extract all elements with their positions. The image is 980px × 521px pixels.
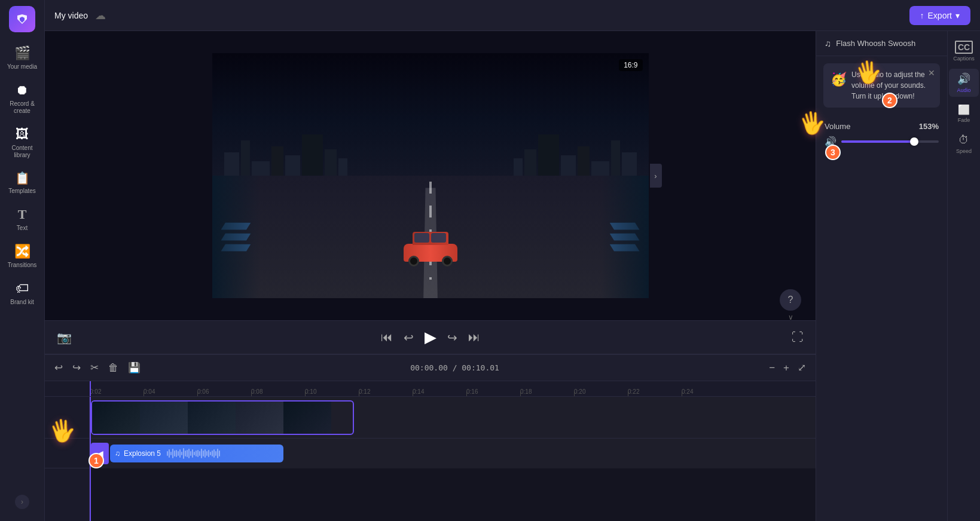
sidebar-item-record-create[interactable]: ⏺ Record &create [2,78,42,119]
speed-label: Speed [956,148,972,154]
fast-forward-button[interactable]: ↪ [447,330,457,345]
sidebar-item-brand-kit[interactable]: 🏷 Brand kit [2,276,42,311]
zoom-controls: − + ⤢ [767,359,808,376]
panel-header: ♫ Flash Whoosh Swoosh [816,31,947,56]
sidebar-item-label-brand: Brand kit [10,299,33,306]
redo-button[interactable]: ↪ [70,359,83,376]
sidebar-item-text[interactable]: T Text [2,202,42,237]
video-preview-container: 16:9 › [45,31,816,320]
export-icon: ↑ [920,11,924,20]
waveform [164,448,279,459]
music-note-icon: ♫ [115,449,120,458]
playback-controls: 📷 ⏮ ↩ ▶ ↪ ⏭ [45,320,816,354]
playhead[interactable] [90,381,91,396]
skip-end-icon: ⏭ [468,330,480,344]
audio-panel-label: Audio [957,87,970,93]
undo-button[interactable]: ↩ [52,359,65,376]
rewind-icon: ↩ [404,331,414,344]
delete-button[interactable]: 🗑 [106,360,121,376]
video-frame [212,53,649,298]
export-button[interactable]: ↑ Export ▾ [909,6,970,25]
sidebar-collapse-btn[interactable]: › [15,495,29,509]
captions-panel-tab[interactable]: CC Captions [949,37,979,65]
preview-expand-arrow[interactable]: › [650,164,662,188]
screenshot-button[interactable]: 📷 [57,330,72,345]
speed-panel-tab[interactable]: ⏱ Speed [949,130,979,158]
sidebar-item-label-your-media: Your media [7,63,37,71]
right-panel: ♫ Flash Whoosh Swoosh 🥳 Use audio to adj… [816,31,947,521]
main-content: My video ☁ ↑ Export ▾ [45,0,980,521]
audio-track: ◀ ♫ Explosion 5 [90,439,816,468]
tooltip-close-button[interactable]: ✕ [928,67,935,79]
sidebar-item-content-library[interactable]: 🖼 Contentlibrary [2,122,42,164]
timeline-ruler: 0:02 0:04 0:06 0:08 0:10 0:12 0:14 0:16 … [45,381,816,397]
volume-slider[interactable] [841,140,939,143]
sidebar-item-your-media[interactable]: 🎬 Your media [2,41,42,75]
ruler-mark: 0:24 [682,388,735,396]
volume-value: 153% [919,122,939,131]
ruler-mark: 0:18 [520,388,574,396]
ruler-mark: 0:20 [574,388,628,396]
save-to-media-button[interactable]: 💾 [126,359,143,376]
tracks-content: ◀ ♫ Explosion 5 [90,397,816,521]
video-track [90,397,816,439]
expand-timeline-button[interactable]: ⤢ [795,359,808,376]
transitions-icon: 🔀 [14,244,30,259]
ruler-mark: 0:14 [413,388,466,396]
sidebar-item-templates[interactable]: 📋 Templates [2,166,42,200]
fade-icon: ⬜ [958,104,970,115]
audio-clip-name: Explosion 5 [124,449,161,458]
library-icon: 🖼 [16,127,29,142]
help-button[interactable]: ? [780,289,801,311]
audio-icon: 🔊 [957,72,970,85]
rewind-button[interactable]: ↩ [404,330,414,345]
fullscreen-icon: ⛶ [792,330,804,344]
sidebar-item-label-templates: Templates [8,188,36,195]
aspect-ratio-badge: 16:9 [619,59,642,71]
ruler-marks-container: 0:02 0:04 0:06 0:08 0:10 0:12 0:14 0:16 … [45,381,816,396]
audio-panel-tab[interactable]: 🔊 Audio [949,69,979,97]
ruler-mark: 0:04 [144,388,197,396]
sidebar-item-label-record: Record &create [10,100,35,115]
volume-header: Volume 153% [825,122,939,131]
volume-control-row: 🔊 [825,136,939,147]
captions-label: Captions [953,56,975,62]
media-icon: 🎬 [14,45,30,61]
zoom-out-button[interactable]: − [767,360,777,376]
video-track-label [45,397,89,439]
cut-button[interactable]: ✂ [88,359,101,376]
fade-label: Fade [958,117,970,123]
clip-thumbnail [92,402,140,434]
sidebar-item-transitions[interactable]: 🔀 Transitions [2,239,42,274]
forward-icon: ↪ [447,331,457,344]
party-emoji-icon: 🥳 [831,69,847,89]
chevron-right-icon: › [654,171,657,180]
audio-selector-button[interactable]: ◀ [91,443,109,464]
skip-to-end-button[interactable]: ⏭ [468,330,480,344]
music-icon: ♫ [825,38,831,48]
volume-thumb[interactable] [910,137,918,146]
captions-icon: CC [955,41,973,54]
tooltip-text: Use audio to adjust the volume of your s… [851,69,933,102]
ruler-mark: 0:22 [628,388,682,396]
timeline-time-display: 00:00.00 / 00:10.01 [148,363,762,372]
audio-clip[interactable]: ♫ Explosion 5 [110,445,283,462]
play-button[interactable]: ▶ [425,328,436,347]
zoom-in-button[interactable]: + [781,360,792,376]
project-title[interactable]: My video [54,11,88,20]
volume-fill [841,140,914,143]
text-icon: T [18,207,27,222]
fullscreen-button[interactable]: ⛶ [792,330,804,344]
timeline-toolbar: ↩ ↪ ✂ 🗑 💾 00:00.00 / 00:10.01 − + ⤢ [45,355,816,381]
brand-icon: 🏷 [16,281,29,296]
ruler-mark: 0:02 [90,388,144,396]
skip-to-start-button[interactable]: ⏮ [381,330,393,344]
video-clip[interactable] [91,400,354,435]
timeline-playhead[interactable] [90,397,91,521]
camera-icon: 📷 [57,331,72,344]
ruler-mark: 0:12 [359,388,413,396]
app-logo[interactable] [9,6,35,32]
save-status-icon: ☁ [95,9,106,22]
fade-panel-tab[interactable]: ⬜ Fade [949,100,979,127]
volume-tooltip: 🥳 Use audio to adjust the volume of your… [823,63,940,108]
